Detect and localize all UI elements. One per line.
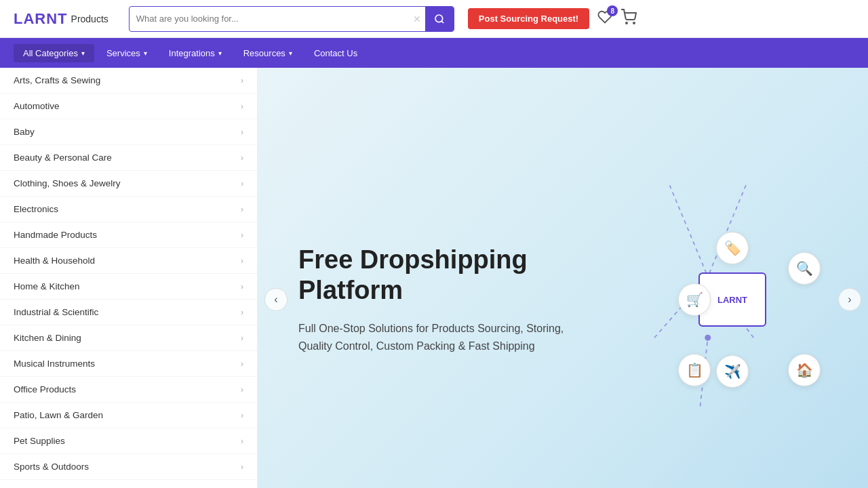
tag-icon-circle: 🏷️ (716, 232, 749, 264)
chevron-down-icon: ▾ (218, 49, 222, 57)
sidebar-item-0[interactable]: Arts, Crafts & Sewing› (0, 68, 257, 94)
sidebar-item-label: Patio, Lawn & Garden (14, 410, 103, 420)
logo-brand: LARNT (14, 10, 68, 28)
post-sourcing-button[interactable]: Post Sourcing Request! (468, 8, 589, 29)
wishlist-button[interactable]: 8 (597, 9, 612, 28)
cart-icon-circle: 🛒 (678, 283, 711, 316)
nav-item-all-categories[interactable]: All Categories ▾ (14, 44, 94, 62)
search-bar: ✕ (129, 6, 454, 32)
svg-point-0 (435, 15, 443, 22)
cart-icon (620, 9, 637, 25)
chevron-right-icon: › (241, 359, 243, 369)
header-actions: Post Sourcing Request! 8 (468, 8, 637, 29)
sidebar-item-label: Office Products (14, 384, 76, 394)
services-label: Services (106, 48, 140, 58)
clear-icon[interactable]: ✕ (409, 14, 425, 24)
chevron-right-icon: › (241, 179, 243, 188)
sidebar-item-label: Electronics (14, 204, 58, 214)
chevron-down-icon: ▾ (289, 49, 292, 57)
nav-item-resources[interactable]: Resources ▾ (234, 44, 302, 62)
sidebar-item-1[interactable]: Automotive› (0, 94, 257, 119)
clipboard-icon-circle: 📋 (678, 354, 711, 386)
chevron-right-icon: › (241, 153, 243, 163)
sidebar-item-label: Baby (14, 127, 35, 137)
svg-point-10 (705, 335, 711, 341)
sidebar-item-13[interactable]: Patio, Lawn & Garden› (0, 403, 257, 428)
chevron-down-icon: ▾ (81, 49, 85, 57)
sidebar-item-12[interactable]: Office Products› (0, 377, 257, 403)
sidebar-item-label: Arts, Crafts & Sewing (14, 75, 100, 85)
hero-content: Free Dropshipping Platform Full One-Stop… (258, 218, 610, 382)
sidebar-item-10[interactable]: Kitchen & Dining› (0, 325, 257, 351)
chevron-right-icon: › (241, 282, 243, 291)
sidebar-item-5[interactable]: Electronics› (0, 197, 257, 222)
sidebar-item-16[interactable]: Tools & Home Improvement› (0, 480, 257, 488)
sidebar-item-label: Health & Household (14, 256, 95, 266)
nav-item-integrations[interactable]: Integrations ▾ (159, 44, 231, 62)
hero-subtitle: Full One-Stop Solutions for Products Sou… (298, 320, 570, 354)
house-icon-circle: 🏠 (788, 354, 821, 386)
sidebar-item-label: Beauty & Personal Care (14, 152, 112, 163)
search-icon (434, 14, 445, 24)
carousel-prev-button[interactable]: ‹ (264, 288, 288, 311)
sidebar-item-label: Pet Supplies (14, 436, 65, 446)
sidebar-item-11[interactable]: Musical Instruments› (0, 351, 257, 377)
wishlist-badge: 8 (607, 5, 618, 16)
chevron-right-icon: › (241, 205, 243, 214)
chevron-right-icon: › (241, 127, 243, 137)
chevron-right-icon: › (241, 230, 243, 240)
search-input[interactable] (130, 14, 409, 24)
all-categories-label: All Categories (23, 48, 78, 58)
sidebar-item-7[interactable]: Health & Household› (0, 248, 257, 274)
chevron-right-icon: › (241, 308, 243, 317)
cart-button[interactable] (620, 9, 637, 28)
svg-line-1 (441, 21, 443, 23)
svg-point-3 (633, 22, 635, 24)
sidebar-item-label: Kitchen & Dining (14, 333, 81, 343)
main-layout: Arts, Crafts & Sewing›Automotive›Baby›Be… (0, 68, 868, 488)
sidebar-item-14[interactable]: Pet Supplies› (0, 428, 257, 454)
sidebar-item-label: Handmade Products (14, 230, 97, 240)
chevron-right-icon: › (241, 385, 243, 394)
resources-label: Resources (243, 48, 285, 58)
header: LARNT Products ✕ Post Sourcing Request! … (0, 0, 868, 38)
monitor-label: LARNT (717, 295, 747, 305)
sidebar-item-label: Automotive (14, 101, 60, 111)
hero-title: Free Dropshipping Platform (298, 245, 570, 306)
sidebar-item-3[interactable]: Beauty & Personal Care› (0, 145, 257, 171)
sidebar-item-15[interactable]: Sports & Outdoors› (0, 454, 257, 480)
svg-line-4 (670, 185, 708, 277)
logo-sub: Products (71, 14, 108, 24)
plane-icon-circle: ✈️ (716, 355, 749, 388)
sidebar-item-8[interactable]: Home & Kitchen› (0, 274, 257, 300)
search-button[interactable] (425, 6, 454, 32)
chevron-right-icon: › (241, 102, 243, 111)
search-icon-circle: 🔍 (788, 252, 821, 285)
sidebar-item-label: Sports & Outdoors (14, 462, 89, 472)
carousel-next-button[interactable]: › (838, 288, 861, 311)
sidebar-item-2[interactable]: Baby› (0, 119, 257, 145)
sidebar-item-label: Home & Kitchen (14, 281, 80, 291)
hero-banner: Free Dropshipping Platform Full One-Stop… (258, 68, 868, 488)
chevron-right-icon: › (241, 76, 243, 85)
sidebar-item-label: Industrial & Scientific (14, 307, 98, 317)
sidebar-item-label: Musical Instruments (14, 359, 95, 369)
sidebar: Arts, Crafts & Sewing›Automotive›Baby›Be… (0, 68, 258, 488)
chevron-down-icon: ▾ (144, 49, 147, 57)
chevron-right-icon: › (241, 333, 243, 343)
chevron-right-icon: › (241, 462, 243, 472)
sidebar-item-4[interactable]: Clothing, Shoes & Jewelry› (0, 171, 257, 197)
nav-item-contact[interactable]: Contact Us (304, 44, 367, 62)
logo[interactable]: LARNT Products (14, 10, 108, 28)
contact-label: Contact Us (314, 48, 357, 58)
sidebar-item-9[interactable]: Industrial & Scientific› (0, 300, 257, 325)
chevron-right-icon: › (241, 256, 243, 266)
svg-point-2 (626, 22, 627, 24)
chevron-right-icon: › (241, 411, 243, 420)
nav-item-services[interactable]: Services ▾ (97, 44, 157, 62)
sidebar-item-label: Clothing, Shoes & Jewelry (14, 178, 121, 188)
navbar: All Categories ▾ Services ▾ Integrations… (0, 38, 868, 68)
integrations-label: Integrations (169, 48, 215, 58)
sidebar-item-6[interactable]: Handmade Products› (0, 222, 257, 248)
chevron-right-icon: › (241, 436, 243, 446)
